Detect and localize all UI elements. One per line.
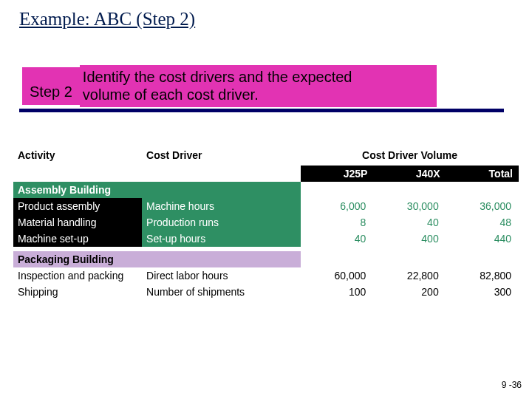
col-activity: Activity <box>13 148 142 166</box>
value-cell: 300 <box>446 284 519 300</box>
value-cell: 8 <box>301 214 373 231</box>
table-row: Inspection and packing Direct labor hour… <box>13 267 519 284</box>
step-desc-line1: Identify the cost drivers and the expect… <box>83 69 352 85</box>
table-header-row: Activity Cost Driver Cost Driver Volume <box>13 148 519 166</box>
driver-cell: Production runs <box>142 214 301 231</box>
assembly-building-row: Assembly Building <box>13 182 519 198</box>
driver-cell: Machine hours <box>142 198 301 214</box>
step-label: Step 2 <box>22 67 80 105</box>
value-cell: 200 <box>373 284 446 300</box>
activity-cell: Inspection and packing <box>13 267 142 284</box>
col-volume: Cost Driver Volume <box>301 148 519 166</box>
driver-cell: Direct labor hours <box>142 267 301 284</box>
assembly-building-label: Assembly Building <box>13 182 301 198</box>
driver-cell: Set-up hours <box>142 231 301 247</box>
value-cell: 22,800 <box>373 267 446 284</box>
value-cell: 400 <box>373 231 446 247</box>
table-subheader-row: J25P J40X Total <box>13 166 519 182</box>
activity-cell: Material handling <box>13 214 142 231</box>
step-callout: Step 2 Identify the cost drivers and the… <box>22 65 437 107</box>
slide-title: Example: ABC (Step 2) <box>19 9 195 30</box>
step-description: Identify the cost drivers and the expect… <box>80 65 437 107</box>
table-row: Product assembly Machine hours 6,000 30,… <box>13 198 519 214</box>
col-total: Total <box>446 166 519 182</box>
col-j40x: J40X <box>373 166 446 182</box>
packaging-building-row: Packaging Building <box>13 251 519 267</box>
packaging-building-label: Packaging Building <box>13 251 301 267</box>
col-driver: Cost Driver <box>142 148 301 166</box>
divider-rule <box>19 109 504 112</box>
value-cell: 30,000 <box>373 198 446 214</box>
value-cell: 40 <box>301 231 373 247</box>
cost-driver-table: Activity Cost Driver Cost Driver Volume … <box>13 148 519 300</box>
value-cell: 48 <box>446 214 519 231</box>
value-cell: 36,000 <box>446 198 519 214</box>
step-desc-line2: volume of each cost driver. <box>83 86 259 103</box>
driver-cell: Number of shipments <box>142 284 301 300</box>
value-cell: 60,000 <box>301 267 373 284</box>
table-row: Shipping Number of shipments 100 200 300 <box>13 284 519 300</box>
value-cell: 440 <box>446 231 519 247</box>
activity-cell: Shipping <box>13 284 142 300</box>
col-j25p: J25P <box>301 166 373 182</box>
table-row: Machine set-up Set-up hours 40 400 440 <box>13 231 519 247</box>
value-cell: 100 <box>301 284 373 300</box>
page-number: 9 -36 <box>502 380 522 390</box>
table-row: Material handling Production runs 8 40 4… <box>13 214 519 231</box>
value-cell: 6,000 <box>301 198 373 214</box>
value-cell: 82,800 <box>446 267 519 284</box>
activity-cell: Product assembly <box>13 198 142 214</box>
activity-cell: Machine set-up <box>13 231 142 247</box>
value-cell: 40 <box>373 214 446 231</box>
